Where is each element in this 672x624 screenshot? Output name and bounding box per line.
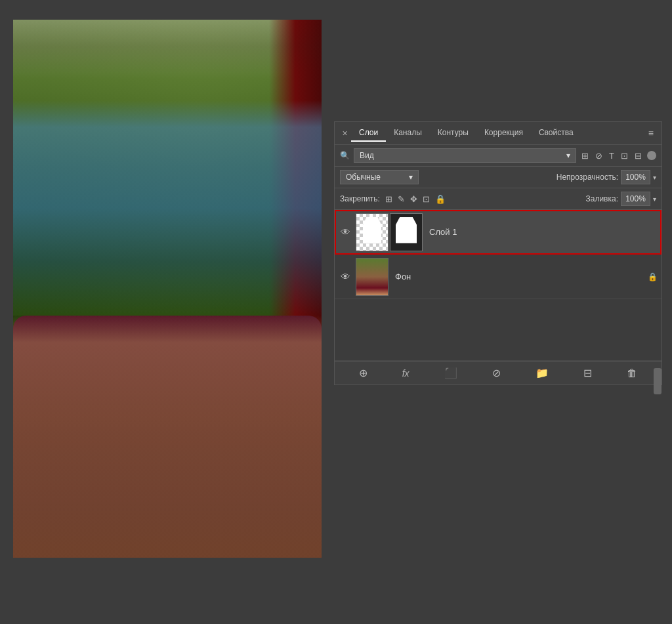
opacity-value[interactable]: 100% [621, 170, 650, 184]
fon-thumb [356, 258, 388, 296]
lock-row: Закрепить: ⊞ ✎ ✥ ⊡ 🔒 Заливка: 100% ▾ [335, 188, 662, 210]
tab-layers[interactable]: Слои [351, 125, 386, 142]
lock-label: Закрепить: [340, 194, 380, 203]
tab-paths[interactable]: Контуры [430, 125, 476, 142]
lock-move-icon[interactable]: ✥ [410, 194, 417, 204]
filter-arrow: ▾ [566, 151, 570, 160]
blend-row: Обычные ▾ Непрозрачность: 100% ▾ [335, 167, 662, 188]
layer1-visibility-icon[interactable]: 👁 [339, 226, 352, 238]
lock-frame-icon[interactable]: ⊡ [423, 194, 430, 204]
toolbar-fx-icon[interactable]: fx [400, 367, 412, 380]
panel-menu-icon[interactable]: ≡ [644, 127, 658, 140]
search-icon: 🔍 [340, 151, 350, 160]
app-background: ✕ Слои Каналы Контуры Коррекция Свойства… [0, 0, 672, 624]
opacity-arrow[interactable]: ▾ [653, 174, 656, 181]
filter-select[interactable]: Вид ▾ [354, 148, 576, 163]
fill-label: Заливка: [585, 194, 618, 203]
fill-value[interactable]: 100% [621, 192, 650, 206]
panel-header: ✕ Слои Каналы Контуры Коррекция Свойства… [335, 122, 662, 145]
panel-tabs: Слои Каналы Контуры Коррекция Свойства [351, 125, 644, 142]
filter-bar: 🔍 Вид ▾ ⊞ ⊘ T ⊡ ⊟ [335, 145, 662, 167]
filter-shape-icon[interactable]: ⊡ [620, 150, 629, 162]
opacity-row: Непрозрачность: 100% ▾ [556, 170, 656, 184]
filter-smart-icon[interactable]: ⊟ [633, 150, 643, 162]
layer1-mask-thumb [390, 213, 423, 251]
panel-toolbar: ⊕ fx ⬛ ⊘ 📁 ⊟ 🗑 [335, 361, 662, 385]
fon-lock-icon: 🔒 [648, 272, 658, 281]
lock-icons: ⊞ ✎ ✥ ⊡ 🔒 [385, 194, 446, 204]
fon-visibility-icon[interactable]: 👁 [339, 271, 352, 282]
lock-pixels-icon[interactable]: ⊞ [385, 194, 392, 204]
fill-arrow[interactable]: ▾ [653, 196, 656, 203]
filter-adjustment-icon[interactable]: ⊘ [594, 150, 604, 162]
toolbar-mask-icon[interactable]: ⊘ [490, 365, 503, 381]
filter-label: Вид [360, 151, 374, 160]
layer1-thumb [356, 213, 388, 251]
fon-name: Фон [392, 272, 644, 281]
tab-correction[interactable]: Коррекция [476, 125, 531, 142]
toolbar-folder-icon[interactable]: 📁 [533, 365, 551, 381]
blend-mode-select[interactable]: Обычные ▾ [340, 170, 419, 184]
fill-row: Заливка: 100% ▾ [585, 192, 656, 206]
toolbar-link-icon[interactable]: ⊕ [356, 365, 370, 381]
toolbar-adjustment-icon[interactable]: ⬛ [442, 365, 460, 381]
fon-thumb-container [356, 258, 388, 296]
filter-text-icon[interactable]: T [608, 150, 616, 162]
tab-properties[interactable]: Свойства [531, 125, 581, 142]
blend-arrow: ▾ [409, 173, 413, 182]
layers-panel: ✕ Слои Каналы Контуры Коррекция Свойства… [334, 121, 662, 385]
layer1-name: Слой 1 [427, 227, 658, 237]
toolbar-group-icon[interactable]: ⊟ [581, 365, 595, 381]
toolbar-delete-icon[interactable]: 🗑 [624, 366, 640, 381]
layer-row-fon[interactable]: 👁 Фон 🔒 [335, 255, 662, 299]
blend-mode-label: Обычные [346, 173, 381, 182]
photo-canvas [13, 20, 322, 558]
panel-close-icon[interactable]: ✕ [339, 128, 351, 139]
opacity-label: Непрозрачность: [556, 173, 618, 182]
filter-circle[interactable] [647, 151, 656, 160]
lock-brush-icon[interactable]: ✎ [398, 194, 405, 204]
filter-icons: ⊞ ⊘ T ⊡ ⊟ [580, 150, 643, 162]
layer1-thumb-container [356, 213, 423, 251]
layer-row-layer1[interactable]: 👁 Слой 1 [335, 210, 662, 255]
tab-channels[interactable]: Каналы [386, 125, 430, 142]
lock-all-icon[interactable]: 🔒 [435, 194, 446, 204]
layers-list: 👁 Слой 1 👁 Фон 🔒 [335, 210, 662, 341]
scrollbar-thumb[interactable] [654, 368, 662, 394]
filter-pixels-icon[interactable]: ⊞ [580, 150, 590, 162]
layers-empty-space [335, 341, 662, 361]
